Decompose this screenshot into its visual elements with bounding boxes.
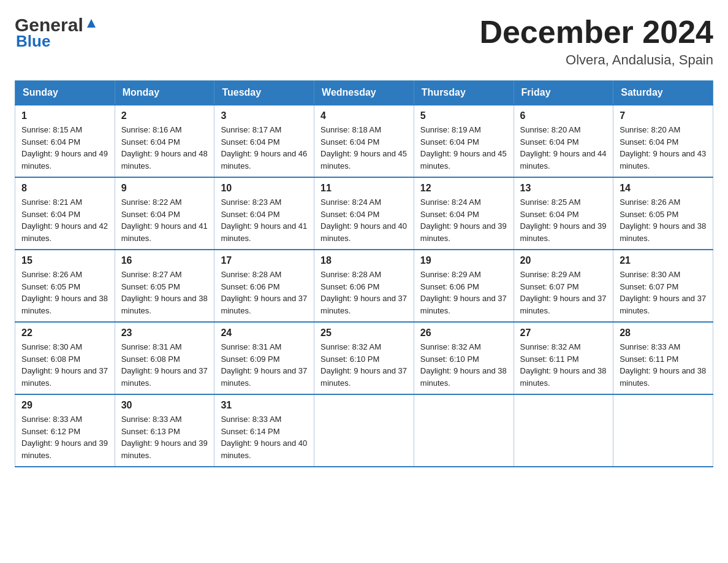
calendar-day-cell: 16 Sunrise: 8:27 AM Sunset: 6:05 PM Dayl… — [115, 250, 214, 322]
day-info: Sunrise: 8:19 AM Sunset: 6:04 PM Dayligh… — [420, 124, 507, 172]
calendar-day-cell: 18 Sunrise: 8:28 AM Sunset: 6:06 PM Dayl… — [314, 250, 414, 322]
day-number: 29 — [21, 400, 108, 411]
calendar-day-cell: 26 Sunrise: 8:32 AM Sunset: 6:10 PM Dayl… — [414, 322, 514, 394]
day-number: 23 — [121, 327, 208, 339]
day-number: 12 — [420, 183, 507, 194]
sunrise-text: Sunrise: 8:20 AM — [520, 125, 581, 134]
day-info: Sunrise: 8:31 AM Sunset: 6:08 PM Dayligh… — [121, 341, 208, 389]
calendar-day-cell: 20 Sunrise: 8:29 AM Sunset: 6:07 PM Dayl… — [514, 250, 613, 322]
daylight-text: Daylight: 9 hours and 39 minutes. — [520, 221, 607, 243]
day-number: 14 — [620, 183, 707, 194]
calendar-weekday-header: Monday — [115, 81, 214, 105]
day-info: Sunrise: 8:29 AM Sunset: 6:06 PM Dayligh… — [420, 269, 507, 316]
day-number: 26 — [420, 327, 507, 339]
sunset-text: Sunset: 6:04 PM — [121, 210, 180, 219]
calendar-day-cell: 1 Sunrise: 8:15 AM Sunset: 6:04 PM Dayli… — [15, 105, 115, 177]
calendar-day-cell: 21 Sunrise: 8:30 AM Sunset: 6:07 PM Dayl… — [613, 250, 713, 322]
day-info: Sunrise: 8:26 AM Sunset: 6:05 PM Dayligh… — [21, 269, 108, 316]
sunrise-text: Sunrise: 8:33 AM — [620, 342, 680, 351]
calendar-day-cell: 25 Sunrise: 8:32 AM Sunset: 6:10 PM Dayl… — [314, 322, 414, 394]
daylight-text: Daylight: 9 hours and 37 minutes. — [320, 294, 407, 315]
day-info: Sunrise: 8:28 AM Sunset: 6:06 PM Dayligh… — [221, 269, 308, 316]
sunset-text: Sunset: 6:06 PM — [420, 282, 479, 291]
daylight-text: Daylight: 9 hours and 37 minutes. — [21, 366, 108, 388]
day-info: Sunrise: 8:30 AM Sunset: 6:07 PM Dayligh… — [620, 269, 707, 316]
daylight-text: Daylight: 9 hours and 48 minutes. — [121, 149, 208, 170]
calendar-day-cell: 31 Sunrise: 8:33 AM Sunset: 6:14 PM Dayl… — [214, 394, 314, 467]
day-info: Sunrise: 8:26 AM Sunset: 6:05 PM Dayligh… — [620, 196, 707, 244]
calendar-day-cell: 30 Sunrise: 8:33 AM Sunset: 6:13 PM Dayl… — [115, 394, 214, 467]
day-info: Sunrise: 8:32 AM Sunset: 6:11 PM Dayligh… — [520, 341, 607, 389]
sunrise-text: Sunrise: 8:29 AM — [420, 270, 481, 279]
calendar-day-cell: 19 Sunrise: 8:29 AM Sunset: 6:06 PM Dayl… — [414, 250, 514, 322]
calendar-day-cell: 8 Sunrise: 8:21 AM Sunset: 6:04 PM Dayli… — [15, 177, 115, 250]
daylight-text: Daylight: 9 hours and 45 minutes. — [420, 149, 507, 170]
day-info: Sunrise: 8:18 AM Sunset: 6:04 PM Dayligh… — [320, 124, 408, 172]
daylight-text: Daylight: 9 hours and 40 minutes. — [221, 439, 307, 460]
daylight-text: Daylight: 9 hours and 44 minutes. — [520, 149, 607, 170]
day-number: 11 — [320, 183, 408, 194]
sunset-text: Sunset: 6:12 PM — [21, 427, 80, 436]
calendar-day-cell: 7 Sunrise: 8:20 AM Sunset: 6:04 PM Dayli… — [613, 105, 713, 177]
calendar-day-cell: 22 Sunrise: 8:30 AM Sunset: 6:08 PM Dayl… — [15, 322, 115, 394]
day-info: Sunrise: 8:33 AM Sunset: 6:14 PM Dayligh… — [221, 413, 308, 461]
day-number: 21 — [620, 255, 707, 266]
daylight-text: Daylight: 9 hours and 38 minutes. — [420, 366, 507, 388]
calendar-day-cell — [613, 394, 713, 467]
svg-marker-0 — [87, 19, 96, 28]
calendar-day-cell: 6 Sunrise: 8:20 AM Sunset: 6:04 PM Dayli… — [514, 105, 613, 177]
calendar-day-cell: 4 Sunrise: 8:18 AM Sunset: 6:04 PM Dayli… — [314, 105, 414, 177]
day-info: Sunrise: 8:32 AM Sunset: 6:10 PM Dayligh… — [320, 341, 408, 389]
day-number: 20 — [520, 255, 607, 266]
day-number: 16 — [121, 255, 208, 266]
day-number: 1 — [21, 110, 108, 121]
sunset-text: Sunset: 6:08 PM — [121, 354, 180, 364]
sunset-text: Sunset: 6:04 PM — [420, 137, 479, 147]
sunrise-text: Sunrise: 8:19 AM — [420, 125, 481, 134]
day-info: Sunrise: 8:15 AM Sunset: 6:04 PM Dayligh… — [21, 124, 108, 172]
sunset-text: Sunset: 6:05 PM — [21, 282, 80, 291]
calendar-weekday-header: Thursday — [414, 81, 514, 105]
sunset-text: Sunset: 6:14 PM — [221, 427, 279, 436]
sunrise-text: Sunrise: 8:27 AM — [121, 270, 182, 279]
daylight-text: Daylight: 9 hours and 37 minutes. — [221, 294, 307, 315]
daylight-text: Daylight: 9 hours and 45 minutes. — [320, 149, 407, 170]
sunrise-text: Sunrise: 8:31 AM — [221, 342, 281, 351]
page-header: General Blue December 2024 Olvera, Andal… — [15, 15, 713, 68]
day-info: Sunrise: 8:29 AM Sunset: 6:07 PM Dayligh… — [520, 269, 607, 316]
sunset-text: Sunset: 6:04 PM — [320, 137, 379, 147]
calendar-day-cell: 10 Sunrise: 8:23 AM Sunset: 6:04 PM Dayl… — [214, 177, 314, 250]
sunset-text: Sunset: 6:09 PM — [221, 354, 279, 364]
daylight-text: Daylight: 9 hours and 46 minutes. — [221, 149, 307, 170]
calendar-day-cell: 14 Sunrise: 8:26 AM Sunset: 6:05 PM Dayl… — [613, 177, 713, 250]
logo-blue-text: Blue — [16, 32, 50, 51]
sunrise-text: Sunrise: 8:32 AM — [520, 342, 581, 351]
logo: General Blue — [15, 15, 98, 51]
day-number: 25 — [320, 327, 408, 339]
calendar-weekday-header: Tuesday — [214, 81, 314, 105]
logo-triangle-icon — [85, 17, 98, 30]
day-number: 10 — [221, 183, 308, 194]
calendar-day-cell: 9 Sunrise: 8:22 AM Sunset: 6:04 PM Dayli… — [115, 177, 214, 250]
sunset-text: Sunset: 6:04 PM — [221, 137, 279, 147]
day-info: Sunrise: 8:31 AM Sunset: 6:09 PM Dayligh… — [221, 341, 308, 389]
calendar-weekday-header: Friday — [514, 81, 613, 105]
sunset-text: Sunset: 6:04 PM — [121, 137, 180, 147]
day-info: Sunrise: 8:21 AM Sunset: 6:04 PM Dayligh… — [21, 196, 108, 244]
day-info: Sunrise: 8:27 AM Sunset: 6:05 PM Dayligh… — [121, 269, 208, 316]
calendar-weekday-header: Wednesday — [314, 81, 414, 105]
calendar-week-row: 29 Sunrise: 8:33 AM Sunset: 6:12 PM Dayl… — [15, 394, 713, 467]
daylight-text: Daylight: 9 hours and 41 minutes. — [121, 221, 208, 243]
sunset-text: Sunset: 6:06 PM — [221, 282, 279, 291]
calendar-weekday-header: Saturday — [613, 81, 713, 105]
day-info: Sunrise: 8:20 AM Sunset: 6:04 PM Dayligh… — [620, 124, 707, 172]
day-info: Sunrise: 8:22 AM Sunset: 6:04 PM Dayligh… — [121, 196, 208, 244]
daylight-text: Daylight: 9 hours and 38 minutes. — [21, 294, 108, 315]
day-info: Sunrise: 8:20 AM Sunset: 6:04 PM Dayligh… — [520, 124, 607, 172]
daylight-text: Daylight: 9 hours and 37 minutes. — [320, 366, 407, 388]
day-info: Sunrise: 8:24 AM Sunset: 6:04 PM Dayligh… — [320, 196, 408, 244]
sunset-text: Sunset: 6:04 PM — [520, 210, 579, 219]
daylight-text: Daylight: 9 hours and 40 minutes. — [320, 221, 407, 243]
day-number: 3 — [221, 110, 308, 121]
month-title: December 2024 — [479, 15, 713, 50]
